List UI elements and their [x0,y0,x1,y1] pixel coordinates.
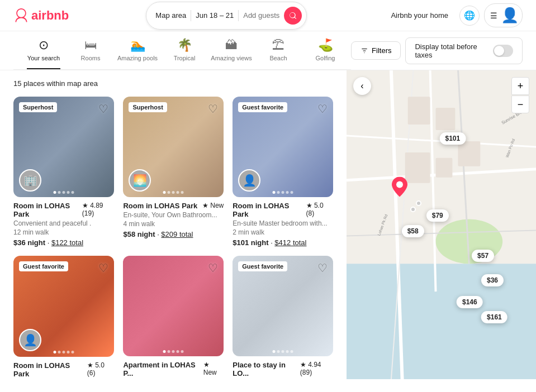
dot-0 [273,191,276,194]
image-dots [163,350,184,353]
display-total-toggle-container: Display total before taxes [405,37,523,64]
category-item-amazing-views[interactable]: 🏔 Amazing views [215,31,248,69]
dot-1 [168,350,170,353]
listing-badge: Superhost [129,102,167,112]
image-dots [54,351,74,353]
header-right: Airbnb your home 🌐 ☰ 👤 [384,3,523,27]
display-total-toggle[interactable] [493,45,513,57]
listing-rating: ★ 5.0 (8) [306,202,333,217]
header: airbnb Map area Jun 18 – 21 Add guests A… [0,0,536,31]
wishlist-button[interactable]: ♡ [208,102,218,116]
category-label-beach: Beach [269,55,287,61]
dot-3 [67,191,70,194]
category-label-amazing-pools: Amazing pools [117,55,158,61]
map-price-pin-1[interactable]: $58 [402,225,424,237]
category-item-your-search[interactable]: ⊙ Your search [27,31,60,69]
map-price-pin-2[interactable]: $79 [426,209,449,222]
dot-1 [277,350,280,353]
dot-0 [163,350,166,353]
listing-walk: 2 min walk [233,228,333,236]
listing-card-2[interactable]: Superhost ♡ 🌅 Room in LOHAS Park ★ New E… [123,97,224,247]
listing-price-night: $101 night [233,238,268,247]
svg-rect-8 [436,158,453,178]
image-dots [273,350,293,353]
listing-price-night: $58 night [123,230,155,238]
listing-new-badge: ★ New [202,202,224,209]
search-bar[interactable]: Map area Jun 18 – 21 Add guests [146,2,307,30]
svg-text:Wan Po Rd: Wan Po Rd [505,138,516,158]
dot-4 [181,191,184,194]
card-info: Room in LOHAS Park ★ New En-suite, Your … [123,202,224,238]
search-area: Map area [155,11,186,20]
listing-title: Apartment in LOHAS P... [123,361,203,377]
category-icon-rooms: 🛏 [84,38,97,52]
listing-badge: Superhost [19,102,57,112]
wishlist-button[interactable]: ♡ [317,102,328,116]
category-item-tropical[interactable]: 🌴 Tropical [168,31,201,69]
user-menu[interactable]: ☰ 👤 [484,3,523,27]
svg-rect-6 [436,108,456,130]
dot-3 [177,350,179,353]
listing-description: En-suite Master bedroom with... [233,219,333,227]
filters-button[interactable]: Filters [351,41,401,60]
category-nav: ⊙ Your search 🛏 Rooms 🏊 Amazing pools 🌴 … [13,31,351,70]
listing-card-6[interactable]: Guest favorite ♡ Place to stay in LO... … [233,256,333,379]
category-label-amazing-views: Amazing views [211,55,252,61]
map-price-pin-5[interactable]: $146 [457,296,483,308]
listing-rating: ★ 4.89 (19) [82,202,115,217]
listing-card-1[interactable]: Superhost ♡ 🏢 Room in LOHAS Park ★ 4.89 … [13,97,114,247]
dot-3 [286,350,289,353]
logo[interactable]: airbnb [13,8,69,23]
category-item-beach[interactable]: ⛱ Beach [262,31,295,69]
dot-2 [282,191,284,194]
card-title-row: Room in LOHAS Park ★ 5.0 (6) [13,361,114,378]
svg-rect-5 [408,97,430,125]
category-item-rooms[interactable]: 🛏 Rooms [74,31,107,69]
wishlist-button[interactable]: ♡ [208,261,218,275]
listing-card-5[interactable]: ♡ Apartment in LOHAS P... ★ New Hong Kon… [123,256,224,379]
listing-price-total: $209 total [161,230,193,238]
host-avatar: 🌅 [129,169,151,192]
dot-3 [286,191,289,194]
listing-title: Room in LOHAS Park [13,202,82,218]
search-divider2 [238,10,239,21]
card-image-4: Guest favorite ♡ 👤 [13,256,114,356]
listing-walk: 4 min walk [123,220,224,228]
search-button[interactable] [284,7,302,25]
zoom-out-button[interactable]: − [511,95,529,113]
dot-0 [54,191,56,194]
map-price-pin-4[interactable]: $36 [481,274,504,286]
listing-card-4[interactable]: Guest favorite ♡ 👤 Room in LOHAS Park ★ … [13,256,114,379]
category-label-tropical: Tropical [174,55,196,61]
search-guests: Add guests [243,11,279,20]
nav-wrapper: ⊙ Your search 🛏 Rooms 🏊 Amazing pools 🌴 … [0,31,536,70]
card-image-1: Superhost ♡ 🏢 [13,97,114,197]
search-dates: Jun 18 – 21 [196,11,234,20]
category-item-amazing-pools[interactable]: 🏊 Amazing pools [121,31,154,69]
card-title-row: Apartment in LOHAS P... ★ New [123,361,224,377]
language-button[interactable]: 🌐 [459,6,480,26]
zoom-in-button[interactable]: + [511,77,529,95]
listing-title: Room in LOHAS Park [13,361,87,378]
airbnb-home-link[interactable]: Airbnb your home [384,7,455,24]
menu-icon: ☰ [490,11,497,20]
card-info: Room in LOHAS Park ★ 5.0 (6) New Double … [13,361,114,379]
map-selected-pin[interactable] [392,177,407,199]
wishlist-button[interactable]: ♡ [317,261,328,275]
map-svg: Sunrise Blvd Lohas Pk Rd Wan Po Rd [347,70,536,379]
card-image-6: Guest favorite ♡ [233,256,333,356]
dot-2 [172,350,175,353]
map-price-pin-3[interactable]: $57 [472,250,494,262]
card-title-row: Room in LOHAS Park ★ New [123,202,224,210]
map-collapse-button[interactable]: ‹ [353,77,371,95]
wishlist-button[interactable]: ♡ [98,102,108,116]
listing-price-night: $36 night [13,238,45,247]
card-info: Place to stay in LO... ★ 4.94 (89) City … [233,361,333,379]
dot-2 [172,191,175,194]
map-price-pin-0[interactable]: $101 [439,132,466,145]
map-price-pin-6[interactable]: $161 [481,311,507,323]
listing-title: Room in LOHAS Park [123,202,197,210]
category-item-golfing[interactable]: ⛳ Golfing [309,31,342,69]
listing-card-3[interactable]: Guest favorite ♡ 👤 Room in LOHAS Park ★ … [233,97,333,247]
wishlist-button[interactable]: ♡ [98,261,108,275]
